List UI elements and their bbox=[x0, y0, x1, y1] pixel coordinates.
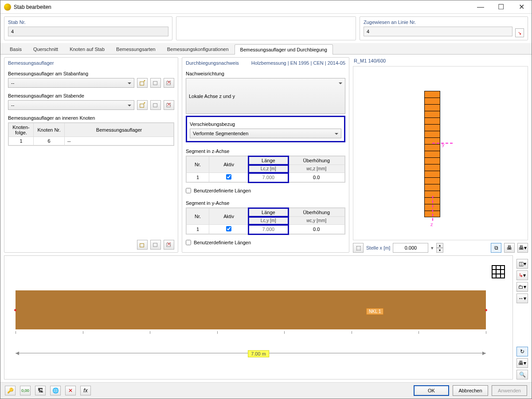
displacement-reference-label: Verschiebungsbezug bbox=[190, 121, 341, 127]
user-lengths-y-label: Benutzerdefinierte Längen bbox=[194, 240, 251, 245]
view-refresh-button[interactable]: ↻ bbox=[516, 347, 528, 356]
dimension-ticks bbox=[16, 331, 486, 336]
member-render-view[interactable]: NKL 1 7.00 m bbox=[4, 255, 513, 379]
support-start-label: Bemessungsauflager am Stabanfang bbox=[8, 71, 174, 76]
th-node: Knoten Nr. bbox=[34, 123, 65, 137]
apply-button[interactable]: Anwenden bbox=[492, 385, 527, 396]
member-beam bbox=[16, 290, 486, 329]
member-number-label: Stab Nr. bbox=[8, 20, 168, 25]
user-lengths-z-checkbox[interactable] bbox=[186, 188, 191, 193]
inner-new-button[interactable] bbox=[137, 240, 148, 250]
table-row[interactable]: 1 6 -- bbox=[9, 137, 174, 145]
support-start-dropdown[interactable]: -- bbox=[8, 78, 134, 88]
segment-z-label: Segment in z-Achse bbox=[186, 149, 345, 154]
svg-rect-4 bbox=[153, 104, 157, 107]
tab-knoten[interactable]: Knoten auf Stab bbox=[64, 44, 110, 54]
tab-bemessungsarten[interactable]: Bemessungsarten bbox=[110, 44, 161, 54]
displacement-reference-dropdown[interactable]: Verformte Segmentenden bbox=[190, 129, 341, 138]
supports-title: Bemessungsauflager bbox=[8, 60, 174, 66]
cross-section-view[interactable]: y z bbox=[353, 66, 528, 240]
position-pick-button[interactable]: ⬚ bbox=[353, 243, 364, 253]
footer: 🔑 0,00 🏗 🌐 ✕ fx OK Abbrechen Anwenden bbox=[0, 382, 532, 399]
segment-y-label: Segment in y-Achse bbox=[186, 200, 345, 206]
svg-rect-6 bbox=[140, 243, 144, 247]
cancel-button[interactable]: Abbrechen bbox=[453, 385, 488, 396]
header-spacer bbox=[176, 16, 356, 40]
delete-support-end-button[interactable] bbox=[164, 100, 174, 110]
table-row[interactable]: 1 7.000 0.0 bbox=[187, 173, 345, 182]
axis-z-arrow bbox=[432, 196, 433, 221]
inner-nodes-label: Bemessungsauflager an inneren Knoten bbox=[8, 115, 174, 121]
segment-y-active-checkbox[interactable] bbox=[226, 226, 231, 231]
dimension-label: 7.00 m bbox=[248, 350, 269, 357]
view-axes-button[interactable]: ↳▾ bbox=[516, 270, 528, 280]
new-support-start-button[interactable] bbox=[137, 78, 148, 88]
user-lengths-y-checkbox[interactable] bbox=[186, 240, 191, 245]
assigned-line-label: Zugewiesen an Linie Nr. bbox=[364, 20, 524, 25]
segment-z-table: Nr. Aktiv Länge Überhöhung Lc,z [m] wc,z… bbox=[186, 156, 345, 182]
segment-z-active-checkbox[interactable] bbox=[226, 174, 231, 180]
th-order: Knoten- folge. bbox=[9, 123, 34, 137]
section-settings-button[interactable]: 🖶▾ bbox=[517, 243, 528, 253]
edit-support-start-button[interactable] bbox=[150, 78, 161, 88]
position-label: Stelle x [m] bbox=[366, 245, 390, 250]
view-dimension-button[interactable]: ↔▾ bbox=[516, 293, 528, 303]
render-toolbar: ◫▾ ↳▾ 🗀▾ ↔▾ ↻ 🖶▾ 🔍 bbox=[516, 255, 528, 379]
assigned-line-panel: Zugewiesen an Linie Nr. ↘ bbox=[360, 16, 528, 40]
view-cube-button[interactable]: ◫▾ bbox=[516, 259, 528, 269]
svg-rect-0 bbox=[140, 82, 144, 85]
user-lengths-z-label: Benutzerdefinierte Längen bbox=[194, 188, 251, 193]
position-step-up[interactable]: ▴ bbox=[436, 243, 443, 248]
delete-support-start-button[interactable] bbox=[164, 78, 174, 88]
member-number-panel: Stab Nr. bbox=[4, 16, 172, 40]
svg-rect-3 bbox=[140, 104, 144, 107]
svg-rect-9 bbox=[492, 266, 505, 278]
support-end-label: Bemessungsauflager am Stabende bbox=[8, 93, 174, 98]
view-zoom-button[interactable]: 🔍 bbox=[516, 370, 528, 379]
function-button[interactable]: fx bbox=[80, 386, 91, 395]
inner-delete-button[interactable] bbox=[164, 240, 174, 250]
cross-section-panel: R_M1 140/600 y z ⬚ Stelle x [m] 0.000 ▾ … bbox=[353, 57, 528, 253]
view-print-button[interactable]: 🖶▾ bbox=[516, 358, 528, 368]
minimize-button[interactable]: — bbox=[470, 1, 491, 13]
units-button[interactable]: 0,00 bbox=[20, 386, 31, 395]
section-print-button[interactable]: 🖶 bbox=[504, 243, 515, 253]
ok-button[interactable]: OK bbox=[414, 385, 449, 396]
maximize-button[interactable]: ☐ bbox=[491, 1, 511, 13]
inner-edit-button[interactable] bbox=[150, 240, 161, 250]
render-button[interactable]: 🌐 bbox=[50, 386, 61, 395]
table-row[interactable]: 1 7.000 0.0 bbox=[187, 225, 345, 234]
help-button[interactable]: 🔑 bbox=[5, 386, 16, 395]
delete-button[interactable]: ✕ bbox=[65, 386, 76, 395]
member-list-button[interactable]: 🏗 bbox=[35, 386, 46, 395]
titlebar: Stab bearbeiten — ☐ ✕ bbox=[0, 0, 532, 14]
svg-rect-1 bbox=[153, 82, 157, 85]
new-support-end-button[interactable] bbox=[137, 100, 148, 110]
position-input[interactable]: 0.000 bbox=[393, 243, 428, 253]
standard-label: Holzbemessung | EN 1995 | CEN | 2014-05 bbox=[251, 60, 345, 66]
view-layers-button[interactable]: 🗀▾ bbox=[516, 282, 528, 292]
window-title: Stab bearbeiten bbox=[14, 4, 470, 10]
section-info-button[interactable]: ⧉ bbox=[491, 243, 501, 253]
tab-konfigurationen[interactable]: Bemessungskonfigurationen bbox=[161, 44, 235, 54]
tab-auflager-durchbiegung[interactable]: Bemessungsauflager und Durchbiegung bbox=[235, 44, 333, 55]
section-name: R_M1 140/600 bbox=[353, 57, 528, 66]
inner-nodes-table: Knoten- folge. Knoten Nr. Bemessungsaufl… bbox=[8, 123, 174, 145]
nkl-badge: NKL 1 bbox=[366, 308, 383, 315]
tab-querschnitt[interactable]: Querschnitt bbox=[27, 44, 64, 54]
position-step-down[interactable]: ▾ bbox=[436, 248, 443, 253]
svg-rect-7 bbox=[153, 243, 157, 247]
axis-y-label: y bbox=[442, 142, 445, 147]
close-button[interactable]: ✕ bbox=[511, 1, 532, 13]
pick-line-button[interactable]: ↘ bbox=[515, 28, 524, 37]
direction-dropdown[interactable]: Lokale Achse z und y bbox=[186, 78, 345, 114]
member-number-input[interactable] bbox=[8, 27, 168, 36]
th-support: Bemessungsauflager bbox=[65, 123, 174, 137]
edit-support-end-button[interactable] bbox=[150, 100, 161, 110]
support-end-dropdown[interactable]: -- bbox=[8, 100, 134, 110]
axis-z-label: z bbox=[430, 222, 433, 227]
segment-y-table: Nr. Aktiv Länge Überhöhung Lc,y [m] wc,y… bbox=[186, 208, 345, 234]
tab-basis[interactable]: Basis bbox=[4, 44, 27, 54]
design-supports-panel: Bemessungsauflager Bemessungsauflager am… bbox=[4, 57, 178, 253]
displacement-reference-highlight: Verschiebungsbezug Verformte Segmentende… bbox=[186, 116, 345, 142]
